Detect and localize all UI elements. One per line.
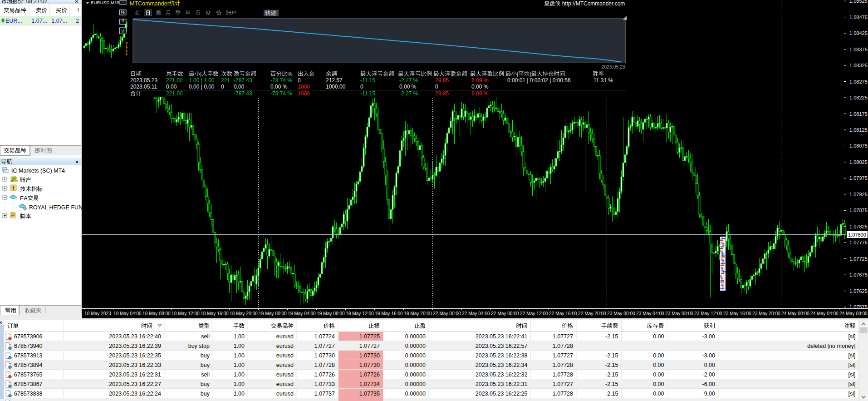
svg-text:0.00 %: 0.00 %	[270, 84, 288, 90]
svg-text:2023.05.23 16:22:24: 2023.05.23 16:22:24	[109, 391, 161, 397]
svg-text:0.00: 0.00	[166, 84, 177, 90]
svg-text:1.08475: 1.08475	[849, 15, 868, 20]
svg-text:1.07728: 1.07728	[553, 371, 573, 378]
svg-text:22 May 04:00: 22 May 04:00	[462, 311, 490, 316]
svg-text:1.00: 1.00	[234, 343, 245, 349]
svg-text:1.07735: 1.07735	[359, 391, 380, 397]
svg-text:1.07775: 1.07775	[849, 240, 868, 245]
svg-text:1.07825: 1.07825	[849, 224, 868, 229]
svg-text:23 May 20:00: 23 May 20:00	[752, 311, 780, 316]
svg-text:18 May 12:00: 18 May 12:00	[172, 311, 200, 316]
svg-text:29.85: 29.85	[435, 77, 449, 84]
svg-text:2023.05.23: 2023.05.23	[130, 77, 157, 84]
svg-text:1.07737: 1.07737	[314, 391, 335, 397]
svg-text:1.00: 1.00	[234, 362, 245, 368]
svg-text:M: M	[206, 10, 211, 16]
svg-text:|: |	[200, 71, 201, 77]
svg-text:1.08525: 1.08525	[849, 0, 868, 4]
svg-text:-2.00: -2.00	[702, 371, 716, 378]
svg-text:2: 2	[76, 18, 79, 24]
svg-text:0.00000: 0.00000	[405, 371, 426, 378]
svg-text:22 May 12:00: 22 May 12:00	[520, 311, 548, 316]
svg-text:0:00:01 | 0:00:02 | 0:00:56: 0:00:01 | 0:00:02 | 0:00:56	[507, 77, 571, 84]
svg-text:0.00 %: 0.00 %	[399, 84, 417, 90]
svg-text:221.00: 221.00	[166, 90, 183, 97]
svg-text:eurusd: eurusd	[276, 362, 294, 368]
svg-text:-2.15: -2.15	[605, 352, 618, 359]
svg-text:|: |	[517, 71, 518, 77]
svg-text:23 May 00:00: 23 May 00:00	[607, 311, 635, 316]
svg-text:×: ×	[0, 320, 2, 325]
svg-text:1.00 | 1.00: 1.00 | 1.00	[189, 77, 215, 84]
svg-text:22 May 00:00: 22 May 00:00	[433, 311, 461, 316]
svg-text:: 08:27:02: : 08:27:02	[23, 0, 48, 5]
svg-text:29.85: 29.85	[435, 90, 449, 97]
svg-text:-787.43: -787.43	[234, 90, 252, 97]
svg-text:-2.27 %: -2.27 %	[399, 77, 418, 84]
svg-text:1.07727: 1.07727	[359, 343, 380, 349]
svg-text:0.00000: 0.00000	[405, 352, 426, 359]
svg-text:0.00: 0.00	[653, 371, 664, 378]
svg-text:19 May 12:00: 19 May 12:00	[346, 311, 374, 316]
svg-text:1.07...: 1.07...	[31, 18, 47, 24]
svg-text:[sl]: [sl]	[848, 371, 856, 378]
svg-text:0.00000: 0.00000	[405, 362, 426, 368]
svg-text:-6.00: -6.00	[702, 381, 716, 387]
svg-text:0: 0	[435, 84, 438, 90]
svg-text:11.31 %: 11.31 %	[593, 77, 613, 84]
svg-text:1.07725: 1.07725	[849, 256, 868, 262]
svg-text:1.08325: 1.08325	[849, 63, 868, 68]
svg-text:1.08225: 1.08225	[849, 95, 868, 100]
svg-text:18 May 2023: 18 May 2023	[84, 311, 111, 316]
svg-text:0.00 | 0.00: 0.00 | 0.00	[189, 84, 215, 90]
svg-text:1.07975: 1.07975	[849, 175, 868, 181]
svg-text:0.00000: 0.00000	[405, 381, 426, 387]
svg-text:1.07728: 1.07728	[553, 391, 573, 397]
svg-text:2023.05.23 16:22:35: 2023.05.23 16:22:35	[109, 352, 161, 359]
svg-text:1.07625: 1.07625	[849, 288, 868, 294]
svg-text:×: ×	[76, 159, 78, 164]
svg-text:sell: sell	[201, 333, 210, 340]
svg-text:-2.15: -2.15	[605, 381, 618, 387]
svg-text:2023.05.23 16:22:31: 2023.05.23 16:22:31	[476, 381, 528, 387]
svg-text:|: |	[530, 71, 531, 77]
svg-text:[sl]: [sl]	[848, 381, 856, 387]
svg-text:1.07925: 1.07925	[849, 192, 868, 197]
svg-text:-11.15: -11.15	[360, 77, 375, 84]
svg-text:678573913: 678573913	[14, 352, 43, 359]
svg-text:eurusd: eurusd	[276, 333, 294, 340]
svg-text:0.00: 0.00	[653, 381, 664, 387]
svg-text:2023.05.23 16:22:34: 2023.05.23 16:22:34	[476, 362, 528, 368]
svg-text:678573838: 678573838	[14, 391, 43, 397]
svg-text:[sl]: [sl]	[848, 333, 856, 340]
svg-text:buy: buy	[201, 381, 210, 387]
svg-text:0.00: 0.00	[653, 333, 664, 340]
svg-text:0.00000: 0.00000	[405, 333, 426, 340]
svg-text:0: 0	[360, 84, 363, 90]
svg-text:0: 0	[221, 84, 224, 90]
svg-text:EURUSD,M15: EURUSD,M15	[91, 0, 120, 5]
svg-text:1.00: 1.00	[234, 371, 245, 378]
svg-text:buy: buy	[201, 391, 210, 397]
svg-text:!: !	[78, 7, 79, 14]
svg-text:0: 0	[298, 77, 301, 84]
svg-text:1.00: 1.00	[234, 333, 245, 340]
svg-text:678573906: 678573906	[14, 333, 43, 340]
svg-text:1.07726: 1.07726	[359, 371, 380, 378]
svg-text:22 May 08:00: 22 May 08:00	[491, 311, 519, 316]
svg-text:-2.15: -2.15	[605, 391, 618, 397]
svg-text:221: 221	[221, 77, 230, 84]
svg-text:24 May 08:00: 24 May 08:00	[839, 311, 868, 316]
svg-text:0.00: 0.00	[653, 391, 664, 397]
svg-text:deleted [no money]: deleted [no money]	[807, 343, 855, 349]
svg-text:1.07734: 1.07734	[359, 381, 380, 387]
svg-text:1.08175: 1.08175	[849, 111, 868, 117]
svg-text:1.07727: 1.07727	[553, 352, 573, 359]
svg-text:1000: 1000	[298, 90, 310, 97]
svg-text:0.00: 0.00	[653, 352, 664, 359]
svg-text:18 May 08:00: 18 May 08:00	[142, 311, 171, 316]
svg-text:-11.15: -11.15	[360, 90, 375, 97]
svg-text:f: f	[13, 185, 15, 191]
svg-text:1.00: 1.00	[234, 381, 245, 387]
svg-text:-3.00: -3.00	[702, 352, 716, 359]
